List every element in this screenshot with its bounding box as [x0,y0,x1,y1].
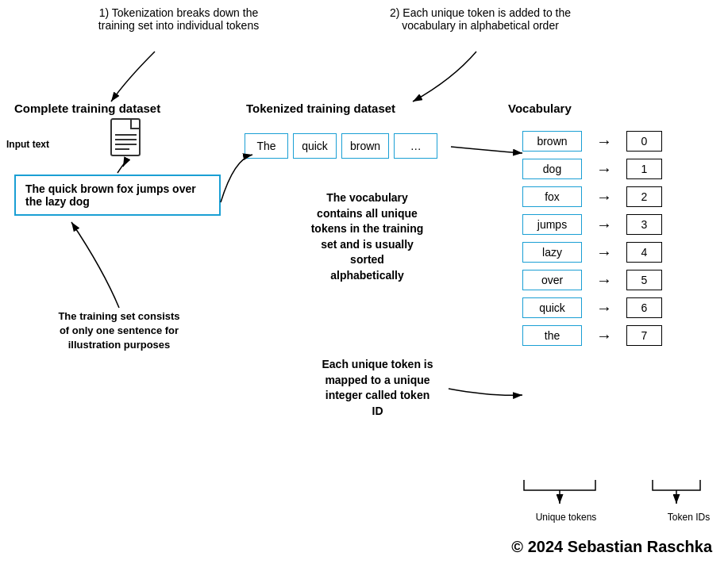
arrow-dog: → [596,160,612,178]
vocab-id-the: 7 [626,325,662,346]
token-the: The [245,133,288,159]
token-ellipsis: … [394,133,437,159]
token-brown: brown [341,133,389,159]
vocab-id-brown: 0 [626,131,662,152]
vocab-word-over: over [522,270,582,290]
right-section-header: Vocabulary [508,102,572,115]
vocab-row-fox: fox → 2 [522,186,662,207]
arrow-brown: → [596,132,612,151]
unique-tokens-label: Unique tokens [530,512,602,523]
vocab-row-brown: brown → 0 [522,131,662,152]
token-ids-label: Token IDs [659,512,718,523]
vocab-row-quick: quick → 6 [522,297,662,318]
arrow-the: → [596,327,612,345]
middle-section-header: Tokenized training dataset [246,102,395,115]
vocab-row-jumps: jumps → 3 [522,214,662,235]
vocab-id-over: 5 [626,270,662,290]
document-icon [107,117,147,165]
footer: © 2024 Sebastian Raschka [511,538,712,556]
tokens-row: The quick brown … [245,133,437,159]
vocab-description: The vocabularycontains all uniquetokens … [294,190,441,284]
vocab-word-quick: quick [522,297,582,318]
vocab-word-dog: dog [522,159,582,179]
arrow-over: → [596,271,612,290]
training-annotation: The training set consistsof only one sen… [40,309,198,353]
vocab-row-dog: dog → 1 [522,159,662,179]
vocab-word-the: the [522,325,582,346]
svg-rect-0 [111,119,140,155]
top-annotation-left: 1) Tokenization breaks down the training… [87,6,270,32]
token-quick: quick [293,133,337,159]
vocab-row-over: over → 5 [522,270,662,290]
arrow-lazy: → [596,244,612,262]
top-annotation-right: 2) Each unique token is added to the voc… [389,6,572,32]
vocab-id-lazy: 4 [626,242,662,263]
input-text-label: Input text [6,139,49,150]
vocab-id-fox: 2 [626,186,662,207]
arrow-fox: → [596,188,612,206]
training-sentence-box: The quick brown fox jumps over the lazy … [14,175,221,216]
vocab-id-jumps: 3 [626,214,662,235]
vocab-row-the: the → 7 [522,325,662,346]
vocab-id-quick: 6 [626,297,662,318]
vocab-word-brown: brown [522,131,582,152]
vocab-row-lazy: lazy → 4 [522,242,662,263]
left-section-header: Complete training dataset [14,102,160,115]
vocab-list: brown → 0 dog → 1 fox → 2 jumps → 3 lazy… [522,131,662,346]
arrow-jumps: → [596,216,612,234]
arrow-quick: → [596,299,612,317]
vocab-word-fox: fox [522,186,582,207]
vocab-word-lazy: lazy [522,242,582,263]
vocab-word-jumps: jumps [522,214,582,235]
tokenid-description: Each unique token ismapped to a uniquein… [308,357,447,419]
vocab-id-dog: 1 [626,159,662,179]
